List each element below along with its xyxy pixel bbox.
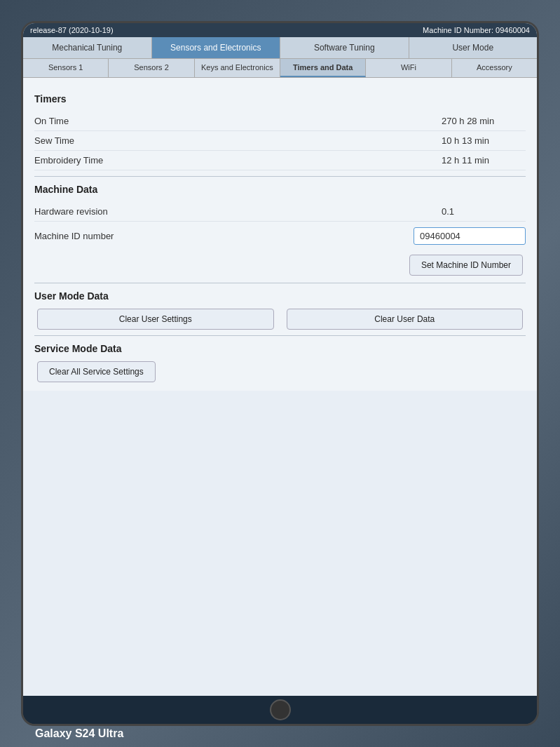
screen: release-87 (2020-10-19) Machine ID Numbe… [23,23,537,696]
set-btn-row: Set Machine ID Number [34,255,526,276]
device-frame: release-87 (2020-10-19) Machine ID Numbe… [21,21,539,726]
hardware-revision-value: 0.1 [442,206,526,217]
clear-all-service-settings-button[interactable]: Clear All Service Settings [37,361,156,382]
status-bar: release-87 (2020-10-19) Machine ID Numbe… [23,23,537,37]
clear-user-data-button[interactable]: Clear User Data [287,309,524,330]
hardware-revision-row: Hardware revision 0.1 [34,202,526,222]
set-machine-id-button[interactable]: Set Machine ID Number [409,255,523,276]
device-label: Galaxy S24 Ultra [35,727,123,740]
user-mode-section-title: User Mode Data [34,290,526,302]
machine-id-row: Machine ID number [34,222,526,250]
machine-id-status: Machine ID Number: 09460004 [423,26,530,34]
divider-2 [34,283,526,283]
tab-mechanical[interactable]: Mechanical Tuning [23,37,152,58]
version-label: release-87 (2020-10-19) [30,26,114,34]
tab-wifi[interactable]: WiFi [366,59,451,77]
on-time-label: On Time [34,116,442,126]
tab-keys-electronics[interactable]: Keys and Electronics [195,59,280,77]
sew-time-row: Sew Time 10 h 13 min [34,131,526,151]
sew-time-label: Sew Time [34,135,442,146]
home-button[interactable] [270,699,291,720]
service-mode-btn-row: Clear All Service Settings [34,361,526,382]
tab-sensors-electronics[interactable]: Sensors and Electronics [152,37,281,58]
embroidery-time-row: Embroidery Time 12 h 11 min [34,151,526,170]
machine-id-input[interactable] [414,227,526,245]
service-mode-section-title: Service Mode Data [34,343,526,354]
divider-1 [34,176,526,177]
clear-user-settings-button[interactable]: Clear User Settings [37,309,274,330]
timers-section-title: Timers [34,93,526,105]
sub-nav: Sensors 1 Sensors 2 Keys and Electronics… [23,59,537,78]
machine-data-section-title: Machine Data [34,184,526,195]
tab-accessory[interactable]: Accessory [452,59,537,77]
divider-3 [34,335,526,336]
main-nav: Mechanical Tuning Sensors and Electronic… [23,37,537,59]
tab-user-mode[interactable]: User Mode [409,37,538,58]
tab-software[interactable]: Software Tuning [280,37,409,58]
on-time-value: 270 h 28 min [442,116,526,126]
content-area: Timers On Time 270 h 28 min Sew Time 10 … [23,78,537,391]
sew-time-value: 10 h 13 min [442,135,526,146]
machine-id-label: Machine ID number [34,231,414,241]
tab-sensors2[interactable]: Sensors 2 [109,59,194,77]
hardware-revision-label: Hardware revision [34,206,442,217]
embroidery-time-value: 12 h 11 min [442,155,526,166]
tab-sensors1[interactable]: Sensors 1 [23,59,109,77]
embroidery-time-label: Embroidery Time [34,155,442,166]
tab-timers-data[interactable]: Timers and Data [280,59,366,77]
device-bottom [23,696,537,724]
user-mode-btn-row: Clear User Settings Clear User Data [34,309,526,330]
on-time-row: On Time 270 h 28 min [34,112,526,131]
